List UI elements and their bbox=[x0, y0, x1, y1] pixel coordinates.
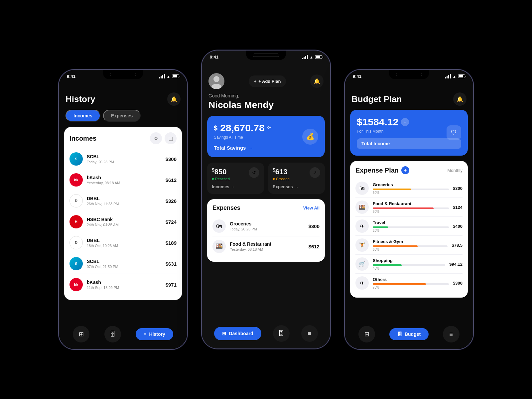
income-list-item[interactable]: S SCBL 07th Oct, 21:50 PM $631 bbox=[69, 254, 177, 274]
income-list-item[interactable]: D DBBL 18th Oct, 10:23 AM $189 bbox=[69, 233, 177, 253]
expense-name: Food & Restaurant bbox=[230, 241, 305, 247]
income-name: DBBL bbox=[87, 238, 162, 243]
view-all-button[interactable]: View All bbox=[303, 205, 320, 210]
plan-list-item[interactable]: 🏋 Fitness & Gym 60% $78.5 bbox=[355, 236, 463, 255]
progress-bar bbox=[373, 264, 445, 266]
dashboard-nav-active[interactable]: ⊞ Dashboard bbox=[214, 327, 261, 340]
expenses-arrow: → bbox=[295, 185, 299, 189]
dashboard-nav-label: Dashboard bbox=[229, 331, 253, 336]
dashboard-nav-button[interactable]: ⊞ bbox=[73, 326, 89, 342]
expense-plan-card: Expense Plan + Monthly 🛍 Groceries 50% $… bbox=[350, 161, 468, 298]
card-action-icons: ⚙ ⬚ bbox=[150, 132, 177, 144]
incomes-stat-label[interactable]: Incomes → bbox=[212, 184, 259, 189]
shield-icon: 🛡 bbox=[447, 125, 461, 140]
income-info: bKash Yesterday, 08:18 AM bbox=[87, 175, 162, 185]
add-plan-label: + Add Plan bbox=[258, 79, 281, 84]
bank-logo-text: bk bbox=[74, 178, 78, 182]
plan-item-amount: $94.12 bbox=[449, 262, 463, 267]
bank-logo-text: D bbox=[75, 199, 77, 203]
dashboard-nav-icon: ⊞ bbox=[222, 331, 226, 336]
add-plan-button[interactable]: + + Add Plan bbox=[249, 75, 286, 87]
plan-item-name: Others bbox=[373, 277, 449, 282]
history-screen: History 🔔 Incomes Expenses Incomes ⚙ ⬚ S… bbox=[59, 87, 187, 349]
plan-list-item[interactable]: 🛍 Groceries 50% $300 bbox=[355, 179, 463, 198]
battery-icon-center bbox=[315, 55, 322, 59]
history-nav-button-active[interactable]: ≡ History bbox=[136, 328, 173, 340]
plan-list-item[interactable]: ✈ Travel 20% $400 bbox=[355, 217, 463, 236]
progress-fill bbox=[373, 264, 402, 266]
income-date: 24th Nov, 04:35 AM bbox=[87, 223, 162, 227]
plan-item-name: Fitness & Gym bbox=[373, 239, 448, 244]
plus-circle[interactable]: + bbox=[401, 118, 409, 126]
signal-icon-center bbox=[302, 55, 308, 59]
history-tabs: Incomes Expenses bbox=[59, 110, 187, 127]
income-amount: $189 bbox=[166, 240, 177, 246]
incomes-tab[interactable]: Incomes bbox=[66, 110, 100, 122]
bank-logo-text: H bbox=[75, 220, 77, 224]
add-plan-icon-budget[interactable]: + bbox=[401, 166, 409, 174]
plan-list-item[interactable]: 🍱 Food & Restaurant 80% $124 bbox=[355, 198, 463, 217]
plan-item-name: Groceries bbox=[373, 182, 449, 187]
expense-info: Groceries Today, 20:23 PM bbox=[230, 221, 305, 231]
plan-item-name: Shopping bbox=[373, 258, 445, 263]
expenses-stat-label[interactable]: Expenses → bbox=[273, 184, 320, 189]
savings-nav-btn[interactable]: 🗄 bbox=[273, 325, 290, 342]
incomes-stat: ↺ $850 Reached Incomes → bbox=[207, 163, 264, 194]
income-amount: $724 bbox=[166, 219, 177, 225]
plan-list-item[interactable]: ✈ Others 70% $300 bbox=[355, 274, 463, 292]
dashboard-nav-budget[interactable]: ⊞ bbox=[358, 326, 375, 342]
budget-nav-active[interactable]: 🗄 Budget bbox=[389, 328, 429, 340]
status-time-right: 9:41 bbox=[353, 74, 361, 79]
expenses-tab[interactable]: Expenses bbox=[103, 110, 141, 122]
plan-item-amount: $78.5 bbox=[452, 243, 463, 248]
filter-icon[interactable]: ⚙ bbox=[150, 132, 162, 144]
expenses-list: 🛍 Groceries Today, 20:23 PM $300 🍱 Food … bbox=[212, 216, 320, 256]
income-list-item[interactable]: S SCBL Today, 20:23 PM $300 bbox=[69, 149, 177, 169]
plan-item-amount: $400 bbox=[453, 224, 463, 229]
income-name: DBBL bbox=[87, 196, 162, 201]
eye-icon[interactable]: 👁 bbox=[267, 125, 273, 131]
bank-logo-text: S bbox=[75, 262, 77, 266]
bank-logo-text: S bbox=[75, 157, 77, 161]
sort-icon[interactable]: ⬚ bbox=[165, 132, 177, 144]
income-list-item[interactable]: D DBBL 26th Nov, 11:23 PM $326 bbox=[69, 191, 177, 211]
incomes-card: Incomes ⚙ ⬚ S SCBL Today, 20:23 PM $300 … bbox=[64, 127, 182, 300]
savings-action[interactable]: Total Savings → bbox=[214, 145, 318, 151]
expense-plan-header: Expense Plan + Monthly bbox=[355, 166, 463, 174]
progress-bar bbox=[373, 207, 449, 209]
status-time-center: 9:41 bbox=[210, 55, 218, 60]
income-date: Yesterday, 08:18 AM bbox=[87, 181, 162, 185]
plan-list-item[interactable]: 🛒 Shopping 40% $94.12 bbox=[355, 255, 463, 274]
user-avatar[interactable] bbox=[208, 73, 224, 89]
plan-item-info: Food & Restaurant 80% bbox=[373, 201, 449, 213]
income-amount: $612 bbox=[166, 177, 177, 183]
history-nav-btn[interactable]: ≡ bbox=[301, 325, 318, 342]
history-bottom-nav: ⊞ 🗄 ≡ History bbox=[59, 322, 187, 349]
notification-button[interactable]: 🔔 bbox=[167, 92, 181, 106]
expenses-stat-icon: ↗ bbox=[310, 167, 320, 178]
expense-amount: $612 bbox=[309, 244, 320, 249]
progress-fill bbox=[373, 226, 388, 228]
notch bbox=[103, 70, 143, 79]
signal-icon-right bbox=[445, 74, 451, 78]
expense-list-item[interactable]: 🍱 Food & Restaurant Yesterday, 08:18 AM … bbox=[212, 236, 320, 256]
greeting-sub: Good Morning, bbox=[208, 93, 324, 98]
savings-nav-button[interactable]: 🗄 bbox=[104, 326, 121, 342]
income-list-item[interactable]: bk bKash Yesterday, 08:18 AM $612 bbox=[69, 170, 177, 190]
incomes-stat-icon: ↺ bbox=[249, 167, 259, 178]
history-nav-budget[interactable]: ≡ bbox=[443, 326, 460, 342]
expenses-stat: ↗ $613 Crossed Expenses → bbox=[268, 163, 325, 194]
status-icons: ▲ bbox=[159, 74, 179, 78]
plan-item-info: Fitness & Gym 60% bbox=[373, 239, 448, 251]
plan-item-amount: $124 bbox=[453, 205, 463, 210]
notification-button-right[interactable]: 🔔 bbox=[453, 92, 466, 106]
income-list-item[interactable]: H HSBC Bank 24th Nov, 04:35 AM $724 bbox=[69, 212, 177, 232]
expense-amount: $300 bbox=[309, 223, 320, 229]
budget-header: Budget Plan 🔔 bbox=[345, 87, 473, 110]
dashboard-header: + + Add Plan 🔔 bbox=[202, 68, 330, 93]
income-list-item[interactable]: bk bKash 11th Sep, 18:09 PM $971 bbox=[69, 275, 177, 295]
notification-button-center[interactable]: 🔔 bbox=[310, 74, 324, 88]
battery-icon-right bbox=[458, 74, 465, 78]
bank-logo: D bbox=[69, 194, 83, 207]
expense-list-item[interactable]: 🛍 Groceries Today, 20:23 PM $300 bbox=[212, 216, 320, 236]
